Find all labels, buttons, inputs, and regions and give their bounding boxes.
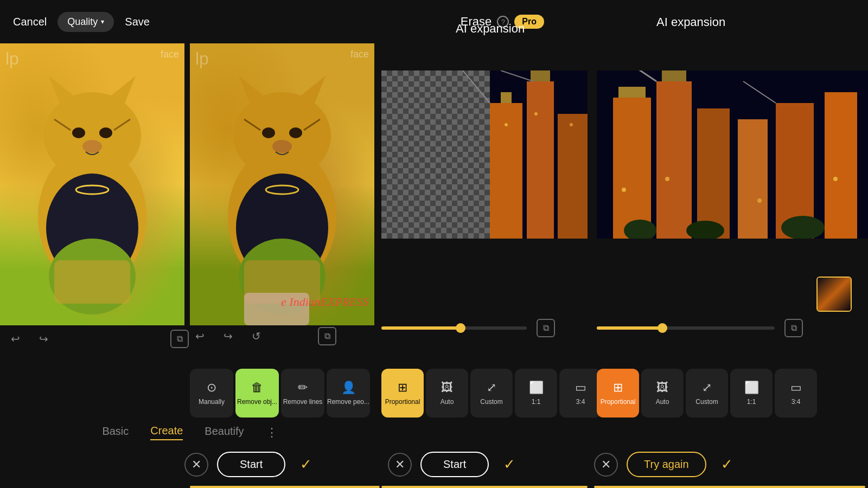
buildings-svg-2 — [597, 70, 868, 239]
svg-point-40 — [570, 123, 573, 126]
split-icon-ai1[interactable]: ⧉ — [537, 319, 555, 337]
split-icon-center[interactable]: ⧉ — [318, 327, 336, 345]
undo-button-left[interactable]: ↩ — [5, 329, 25, 349]
erase-confirm-button[interactable]: ✓ — [294, 453, 318, 477]
zoom-track-2[interactable] — [597, 326, 775, 330]
svg-rect-45 — [618, 87, 646, 98]
ai2-try-again-button[interactable]: Try again — [627, 452, 706, 477]
svg-point-39 — [534, 112, 538, 115]
bottom-progress-ai1 — [381, 486, 588, 488]
svg-point-38 — [505, 123, 508, 126]
auto-icon-1: 🖼 — [441, 381, 453, 395]
ai-tools-left: ⊞ Proportional 🖼 Auto ⤢ Custom ⬜ 1:1 ▭ 3… — [381, 369, 602, 418]
erase-start-button[interactable]: Start — [217, 452, 285, 477]
ai-panel-2-thumbnail[interactable] — [816, 277, 852, 312]
svg-rect-46 — [656, 81, 692, 239]
svg-rect-35 — [527, 81, 554, 239]
zoom-fill-1 — [381, 326, 461, 330]
svg-rect-49 — [738, 119, 768, 239]
svg-point-14 — [233, 92, 331, 179]
ai-tool-proportional-1[interactable]: ⊞ Proportional — [381, 369, 424, 418]
ai-panel-1 — [381, 70, 588, 239]
tab-basic[interactable]: Basic — [102, 425, 129, 440]
zoom-thumb-2[interactable] — [658, 323, 667, 333]
ai1-confirm-button[interactable]: ✓ — [497, 453, 521, 477]
overlay-text-center: lp — [195, 49, 209, 69]
ai1-action-bar: ✕ Start ✓ — [388, 452, 521, 477]
redo-button-left[interactable]: ↪ — [34, 329, 53, 349]
auto-icon-2: 🖼 — [656, 381, 668, 395]
svg-point-55 — [622, 188, 626, 192]
ai1-start-button[interactable]: Start — [420, 452, 489, 477]
ai-expansion-title-1: AI expansion — [456, 22, 525, 36]
zoom-thumb-1[interactable] — [456, 323, 465, 333]
tab-beautify[interactable]: Beautify — [205, 425, 244, 440]
svg-marker-3 — [108, 76, 136, 103]
ai-panel-2 — [597, 70, 868, 239]
ai2-cancel-button[interactable]: ✕ — [594, 453, 618, 477]
left-image-panel: lp face — [0, 43, 184, 325]
manually-icon: ⊙ — [207, 381, 216, 395]
ai-tool-1_1-2[interactable]: ⬜ 1:1 — [730, 369, 773, 418]
svg-point-17 — [262, 127, 275, 138]
ai-tool-proportional-2[interactable]: ⊞ Proportional — [597, 369, 639, 418]
face-text-left: face — [161, 49, 179, 60]
1_1-icon-1: ⬜ — [529, 381, 544, 395]
cat-svg-center — [190, 43, 374, 325]
ai-tool-custom-2[interactable]: ⤢ Custom — [686, 369, 728, 418]
ai-tool-3_4-2[interactable]: ▭ 3:4 — [775, 369, 817, 418]
ai1-cancel-button[interactable]: ✕ — [388, 453, 412, 477]
svg-point-58 — [833, 177, 838, 181]
custom-icon-2: ⤢ — [702, 381, 712, 395]
face-text-center: face — [350, 49, 369, 60]
top-bar: Cancel Quality ▾ Save Erase ? Pro AI exp… — [0, 0, 868, 43]
zoom-bar-2: ⧉ — [597, 319, 803, 337]
tabs-more-icon[interactable]: ⋮ — [266, 426, 278, 440]
ai-tool-3_4-1[interactable]: ▭ 3:4 — [559, 369, 602, 418]
ai-tool-auto-1[interactable]: 🖼 Auto — [426, 369, 468, 418]
undo-button-center[interactable]: ↩ — [190, 326, 209, 346]
remove-people-icon: 👤 — [341, 381, 356, 395]
split-icon-ai2[interactable]: ⧉ — [784, 319, 803, 337]
cat-svg-left — [0, 43, 184, 325]
bottom-progress-ai2 — [594, 486, 865, 488]
zoom-track-1[interactable] — [381, 326, 527, 330]
cancel-button[interactable]: Cancel — [13, 16, 47, 28]
proportional-icon-2: ⊞ — [613, 381, 623, 395]
zoom-bar-1: ⧉ — [381, 319, 555, 337]
svg-rect-28 — [381, 70, 490, 239]
svg-point-18 — [289, 127, 302, 138]
ai-expansion-title-2: AI expansion — [656, 15, 725, 29]
svg-point-6 — [82, 140, 102, 153]
erase-tool-manually[interactable]: ⊙ Manually — [190, 369, 233, 418]
watermark-text: e IndianEXPRESS — [281, 295, 369, 309]
erase-tool-remove-people[interactable]: 👤 Remove peo... — [327, 369, 370, 418]
remove-obj-icon: 🗑 — [251, 381, 263, 395]
left-toolbar: ↩ ↪ ⧉ — [5, 329, 189, 349]
3_4-icon-2: ▭ — [790, 381, 802, 395]
save-button[interactable]: Save — [125, 16, 150, 28]
svg-marker-15 — [239, 76, 266, 103]
svg-rect-12 — [54, 260, 130, 304]
ai-tool-custom-1[interactable]: ⤢ Custom — [470, 369, 513, 418]
refresh-button-center[interactable]: ↺ — [246, 326, 266, 346]
ai2-confirm-button[interactable]: ✓ — [715, 453, 739, 477]
ai-tool-auto-2[interactable]: 🖼 Auto — [641, 369, 684, 418]
split-icon-left[interactable]: ⧉ — [170, 330, 189, 348]
svg-point-1 — [43, 92, 141, 179]
redo-button-center[interactable]: ↪ — [218, 326, 238, 346]
erase-tool-remove-obj[interactable]: 🗑 Remove obj... — [235, 369, 279, 418]
svg-marker-2 — [49, 76, 76, 103]
ai-panel-2-content — [597, 70, 868, 239]
quality-button[interactable]: Quality ▾ — [58, 12, 114, 32]
svg-rect-36 — [531, 70, 550, 81]
tab-create[interactable]: Create — [150, 425, 183, 440]
erase-cancel-button[interactable]: ✕ — [184, 453, 208, 477]
ai-tool-1_1-1[interactable]: ⬜ 1:1 — [515, 369, 557, 418]
chevron-down-icon: ▾ — [101, 18, 104, 25]
svg-rect-34 — [501, 92, 512, 103]
3_4-icon-1: ▭ — [575, 381, 586, 395]
custom-icon-1: ⤢ — [487, 381, 496, 395]
erase-tool-remove-lines[interactable]: ✏ Remove lines — [281, 369, 324, 418]
svg-point-57 — [757, 198, 762, 203]
